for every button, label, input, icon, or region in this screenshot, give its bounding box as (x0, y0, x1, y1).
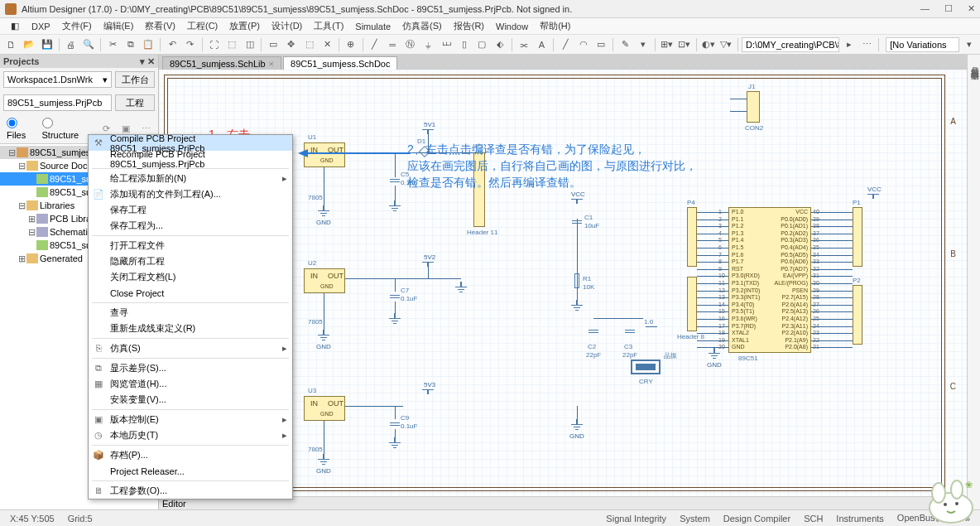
menu-simulate[interactable]: Simulate (352, 20, 394, 33)
project-button[interactable]: 工程 (115, 94, 155, 111)
zoom-fit-icon[interactable]: ⛶ (206, 36, 223, 53)
place-wire-icon[interactable]: ╱ (367, 36, 383, 53)
print-icon[interactable]: 🖨 (63, 36, 79, 53)
menu-file[interactable]: 文件(F) (59, 18, 95, 34)
menu-simulator[interactable]: 仿真器(S) (399, 18, 445, 34)
zoom-select-icon[interactable]: ◫ (242, 36, 258, 53)
menu-edit[interactable]: 编辑(E) (100, 18, 137, 34)
menu-tools[interactable]: 工具(T) (310, 18, 347, 34)
ctx-item[interactable]: ⎘仿真(S)▸ (89, 340, 292, 356)
ctx-item[interactable]: 打开工程文件 (89, 238, 292, 253)
ctx-item[interactable]: 隐藏所有工程 (89, 253, 292, 269)
grid-dd-icon[interactable]: ⊞▾ (658, 36, 675, 53)
ctx-item[interactable]: ⧉显示差异(S)... (89, 360, 292, 376)
ctx-item[interactable]: Recompile PCB Project 89C51_sumjess.PrjP… (89, 151, 292, 166)
pen-icon[interactable]: ✎ (617, 36, 633, 53)
zoom-area-icon[interactable]: ⬚ (223, 36, 240, 53)
ctx-item[interactable]: ◷本地历史(T)▸ (89, 427, 292, 443)
path-go-icon[interactable]: ▸ (841, 36, 858, 53)
menu-view[interactable]: 察看(V) (142, 18, 179, 34)
line-icon[interactable]: ╱ (557, 36, 574, 53)
status-sch[interactable]: SCH (800, 514, 826, 524)
component-j1[interactable] (747, 91, 760, 123)
workspace-combo[interactable]: Workspace1.DsnWrk▾ (3, 71, 112, 88)
right-dock[interactable]: 信息 剪贴板 数据中心 (967, 55, 980, 509)
place-part-icon[interactable]: ▯ (456, 36, 473, 53)
panel-close-icon[interactable]: ✕ (147, 56, 155, 67)
text-icon[interactable]: A (534, 36, 550, 53)
component-p4[interactable] (687, 207, 697, 267)
pen-dd-icon[interactable]: ▾ (635, 36, 651, 53)
mask-dd-icon[interactable]: ◐▾ (700, 36, 717, 53)
ctx-item[interactable]: 🗎工程参数(O)... (89, 483, 292, 499)
component-hdr8[interactable] (687, 277, 697, 331)
harness-icon[interactable]: ⫘ (516, 36, 532, 53)
workbench-button[interactable]: 工作台 (115, 71, 155, 88)
maximize-button[interactable]: ☐ (944, 3, 953, 14)
save-icon[interactable]: 💾 (39, 36, 55, 53)
deselect-icon[interactable]: ⬚ (301, 36, 318, 53)
menu-window[interactable]: Window (492, 20, 531, 33)
ctx-item[interactable]: 重新生成线束定义(R) (89, 321, 292, 336)
snap-dd-icon[interactable]: ⊡▾ (676, 36, 693, 53)
ctx-item[interactable]: ▦阅览管道(H)... (89, 376, 292, 392)
place-port-icon[interactable]: ⬖ (492, 36, 508, 53)
variations-combo[interactable]: [No Variations (886, 37, 958, 52)
rect-icon[interactable]: ▭ (593, 36, 610, 53)
filter-dd-icon[interactable]: ▽▾ (718, 36, 734, 53)
cut-icon[interactable]: ✂ (104, 36, 121, 53)
select-icon[interactable]: ▭ (265, 36, 281, 53)
component-p2[interactable] (853, 285, 862, 345)
ctx-item[interactable]: 📦存档(P)... (89, 447, 292, 463)
open-icon[interactable]: 📂 (22, 36, 38, 53)
status-instruments[interactable]: Instruments (833, 514, 886, 524)
path-browse-icon[interactable]: ⋯ (859, 36, 876, 53)
panel-dd-icon[interactable]: ▾ (140, 56, 145, 67)
close-button[interactable]: ✕ (968, 3, 975, 14)
place-bus-icon[interactable]: ═ (384, 36, 401, 53)
ctx-item[interactable]: 给工程添加新的(N)▸ (89, 171, 292, 186)
copy-icon[interactable]: ⧉ (122, 36, 139, 53)
place-net-icon[interactable]: Ⓝ (402, 36, 419, 53)
files-radio[interactable]: Files (7, 118, 34, 140)
preview-icon[interactable]: 🔍 (81, 36, 98, 53)
structure-radio[interactable]: Structure (42, 118, 84, 140)
menu-project[interactable]: 工程(C) (184, 18, 221, 34)
status-signal[interactable]: Signal Integrity (603, 514, 670, 524)
tab-schdoc[interactable]: 89C51_sumjess.SchDoc (283, 56, 397, 70)
cross-probe-icon[interactable]: ⊕ (343, 36, 359, 53)
path-combo[interactable]: D:\0MY_creating\PCB\89 (742, 37, 839, 52)
menu-place[interactable]: 放置(P) (226, 18, 263, 34)
place-gnd-icon[interactable]: ⏚ (420, 36, 437, 53)
place-vcc-icon[interactable]: ⏙ (438, 36, 454, 53)
ctx-item[interactable]: 📄添加现有的文件到工程(A)... (89, 186, 292, 202)
menu-design[interactable]: 设计(D) (268, 18, 305, 34)
menu-reports[interactable]: 报告(R) (450, 18, 488, 34)
var-dd-icon[interactable]: ▾ (961, 36, 978, 53)
redo-icon[interactable]: ↷ (182, 36, 199, 53)
arc-icon[interactable]: ◠ (575, 36, 592, 53)
menu-dxp[interactable]: DXP (28, 20, 54, 33)
ctx-item[interactable]: 保存工程为... (89, 218, 292, 234)
ctx-item[interactable]: 安装变量(V)... (89, 392, 292, 408)
menu-help[interactable]: 帮助(H) (536, 18, 574, 34)
undo-icon[interactable]: ↶ (164, 36, 180, 53)
ctx-item[interactable]: 保存工程 (89, 202, 292, 218)
minimize-button[interactable]: — (920, 3, 930, 14)
close-icon[interactable]: × (269, 59, 274, 69)
component-p1[interactable] (853, 207, 862, 267)
status-system[interactable]: System (676, 514, 713, 524)
paste-icon[interactable]: 📋 (141, 36, 157, 53)
ctx-item[interactable]: 关闭工程文档(L) (89, 269, 292, 285)
tab-schlib[interactable]: 89C51_sumjess.SchLib× (162, 56, 281, 70)
new-icon[interactable]: 🗋 (3, 36, 20, 53)
place-sheet-icon[interactable]: ▢ (474, 36, 491, 53)
ctx-item[interactable]: Close Project (89, 285, 292, 301)
ctx-item[interactable]: 查寻 (89, 305, 292, 321)
project-combo[interactable]: 89C51_sumjess.PrjPcb (3, 94, 112, 111)
status-compiler[interactable]: Design Compiler (720, 514, 794, 524)
clear-icon[interactable]: ✕ (319, 36, 335, 53)
ctx-item[interactable]: Project Releaser... (89, 463, 292, 479)
move-icon[interactable]: ✥ (283, 36, 300, 53)
dxp-icon[interactable]: ◧ (7, 18, 23, 35)
